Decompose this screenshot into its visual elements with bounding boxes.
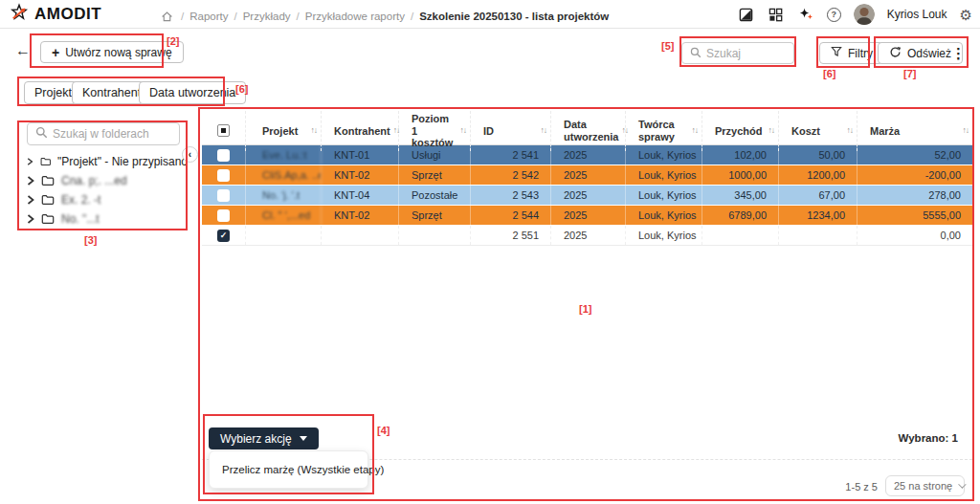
folder-item-2[interactable]: Cna. p;. ...ed <box>27 171 188 190</box>
page-size-value: 25 na stronę <box>894 480 952 492</box>
cell-data-utworzenia: 2025 <box>551 145 626 164</box>
sort-icon[interactable]: ↑↓ <box>689 126 699 136</box>
cell-marza: 278,00 <box>858 186 972 205</box>
results-table: Projekt↑↓ Kontrahent↑↓ Poziom 1 kosztów↑… <box>202 111 972 246</box>
sort-icon[interactable]: ↑↓ <box>538 126 547 136</box>
folder-search-input[interactable] <box>53 127 171 141</box>
row-checkbox[interactable] <box>217 149 230 162</box>
refresh-label: Odśwież <box>907 47 951 60</box>
sidebar-collapse-handle[interactable]: ‹ <box>182 146 198 163</box>
folder-label: "Projekt" - Nie przypisano <box>57 155 188 168</box>
filter-funnel-icon <box>831 46 842 60</box>
more-options-kebab-icon[interactable]: ⋮ <box>951 42 966 64</box>
cell-koszt <box>779 226 858 245</box>
cell-projekt: No. 'j. '.t <box>246 186 322 205</box>
folder-icon <box>41 213 55 225</box>
row-checkbox[interactable] <box>217 189 230 202</box>
cell-kontrahent: KNT-01 <box>322 145 399 164</box>
cell-koszt: 67,00 <box>779 186 858 205</box>
sort-icon[interactable]: ↑↓ <box>844 126 854 136</box>
breadcrumb-item-przykladowe-raporty[interactable]: Przykładowe raporty <box>305 11 405 22</box>
folder-tree: "Projekt" - Nie przypisano Cna. p;. ...e… <box>27 152 188 229</box>
chevron-right-icon <box>27 176 34 186</box>
row-checkbox[interactable] <box>217 169 230 182</box>
topbar: AMODIT / Raporty / Przykłady / Przykłado… <box>0 0 980 29</box>
table-search[interactable] <box>681 42 794 64</box>
row-checkbox[interactable] <box>217 209 230 222</box>
cell-projekt: Cl. '' ',...ed <box>246 206 322 225</box>
sort-icon[interactable]: ↑↓ <box>960 126 969 136</box>
search-icon <box>35 125 48 142</box>
chevron-right-icon <box>27 214 34 224</box>
user-name[interactable]: Kyrios Louk <box>887 8 947 21</box>
avatar[interactable] <box>854 4 875 25</box>
annotation-label-6-filters: [6] <box>823 68 835 79</box>
table-row[interactable]: CliS.Ap,a. ..ed KNT-02 Sprzęt 2 542 2025… <box>202 165 972 186</box>
chevron-right-icon <box>27 195 34 205</box>
cell-poziom: Sprzęt <box>399 165 471 185</box>
folder-search[interactable] <box>27 122 180 145</box>
folder-item-3[interactable]: Ex. 2. -t <box>27 190 188 209</box>
cell-kontrahent <box>322 226 399 245</box>
refresh-icon <box>889 46 902 61</box>
cell-tworca: Louk, Kyrios <box>626 186 702 205</box>
breadcrumb-separator: / <box>297 11 300 22</box>
cell-przychod: 345,00 <box>702 186 779 205</box>
sort-icon[interactable]: ↑↓ <box>390 126 400 136</box>
sort-icon[interactable]: ↑↓ <box>766 126 775 136</box>
create-case-button[interactable]: + Utwórz nową sprawę <box>40 41 184 63</box>
breadcrumb-separator: / <box>411 11 413 22</box>
filter-chip-data-utworzenia[interactable]: Data utworzenia <box>139 81 246 104</box>
sort-icon[interactable]: ↑↓ <box>457 126 467 136</box>
back-button[interactable]: ← <box>15 42 31 59</box>
folder-icon <box>41 175 55 186</box>
breadcrumb-item-raporty[interactable]: Raporty <box>189 11 228 22</box>
choose-action-button[interactable]: Wybierz akcję <box>209 427 319 449</box>
menu-item-przelicz-marze[interactable]: Przelicz marżę (Wszystkie etapy) <box>210 451 368 488</box>
annotation-label-5: [5] <box>661 40 674 52</box>
theme-contrast-icon[interactable] <box>738 6 755 23</box>
breadcrumb-current-page: Szkolenie 20250130 - lista projektów <box>419 11 609 22</box>
cell-marza: -200,00 <box>858 165 972 185</box>
cell-poziom: Pozostałe <box>399 186 471 205</box>
table-row-selected[interactable]: ✓ 2 551 2025 Louk, Kyrios 0,00 <box>202 226 972 246</box>
folder-item-nie-przypisano[interactable]: "Projekt" - Nie przypisano <box>27 152 188 171</box>
topbar-actions: ? Kyrios Louk ⚙ <box>738 0 972 29</box>
chevron-right-icon <box>27 157 33 166</box>
cell-id: 2 551 <box>471 226 551 245</box>
chevron-down-icon <box>958 480 966 488</box>
table-row[interactable]: Eve. Lu.:t KNT-01 Usługi 2 541 2025 Louk… <box>202 145 972 165</box>
cell-koszt: 1200,00 <box>779 165 858 185</box>
annotation-label-1: [1] <box>579 303 591 315</box>
cell-tworca: Louk, Kyrios <box>626 226 702 245</box>
amodit-logo[interactable]: AMODIT <box>10 3 101 26</box>
amodit-logo-text: AMODIT <box>34 5 101 24</box>
cell-przychod: 102,00 <box>702 145 779 164</box>
row-checkbox-checked[interactable]: ✓ <box>217 230 230 242</box>
sort-icon[interactable]: ↑↓ <box>308 126 318 136</box>
breadcrumb-item-przyklady[interactable]: Przykłady <box>243 11 291 22</box>
page-size-select[interactable]: 25 na stronę <box>885 475 965 496</box>
table-row[interactable]: No. 'j. '.t KNT-04 Pozostałe 2 543 2025 … <box>202 186 972 206</box>
select-all-checkbox[interactable] <box>217 124 230 137</box>
table-row[interactable]: Cl. '' ',...ed KNT-02 Sprzęt 2 544 2025 … <box>202 206 972 226</box>
refresh-button[interactable]: Odśwież <box>878 42 963 64</box>
cell-tworca: Louk, Kyrios <box>626 165 702 185</box>
filters-label: Filtry <box>848 47 873 60</box>
home-icon[interactable] <box>158 8 175 25</box>
gear-icon[interactable]: ⚙ <box>960 8 972 22</box>
search-input[interactable] <box>706 47 786 60</box>
folder-item-4[interactable]: No. "...t <box>27 209 188 229</box>
column-label: Przychód <box>715 125 763 138</box>
cell-poziom: Sprzęt <box>399 206 471 225</box>
filters-button[interactable]: Filtry <box>819 42 884 64</box>
cell-marza: 0,00 <box>858 226 972 245</box>
folder-icon <box>41 194 55 206</box>
help-icon[interactable]: ? <box>827 8 841 22</box>
folder-label-redacted: No. "...t <box>61 212 100 226</box>
apps-grid-icon[interactable] <box>768 6 785 23</box>
ai-sparkle-icon[interactable] <box>797 6 814 23</box>
app-screen: AMODIT / Raporty / Przykłady / Przykłado… <box>0 0 980 504</box>
column-label: Twórca sprawy <box>638 119 689 142</box>
annotation-label-7: [7] <box>903 68 916 79</box>
